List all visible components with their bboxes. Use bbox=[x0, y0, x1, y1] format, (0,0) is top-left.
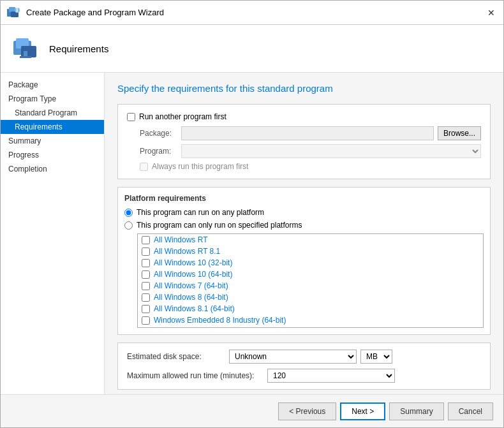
platform-list-item: All Windows 10 (32-bit) bbox=[138, 257, 483, 269]
any-platform-label: This program can run on any platform bbox=[137, 208, 264, 217]
always-run-checkbox[interactable] bbox=[140, 163, 148, 171]
platform-label: All Windows 8.1 (64-bit) bbox=[154, 304, 235, 313]
title-bar: i Create Package and Program Wizard ✕ bbox=[1, 1, 503, 25]
browse-button[interactable]: Browse... bbox=[438, 126, 481, 140]
next-button[interactable]: Next > bbox=[340, 402, 385, 420]
svg-rect-1 bbox=[9, 7, 15, 12]
header-bar: Requirements bbox=[1, 25, 503, 73]
platform-label: All Windows RT 8.1 bbox=[154, 247, 220, 256]
platform-label: All Windows RT bbox=[154, 235, 207, 244]
header-icon bbox=[11, 33, 41, 64]
sidebar-item-package[interactable]: Package bbox=[1, 78, 104, 92]
disk-unit-select[interactable]: MB KB GB bbox=[360, 350, 392, 364]
specified-platform-radio[interactable] bbox=[124, 221, 133, 230]
disk-space-row: Estimated disk space: Unknown MB KB GB bbox=[127, 350, 481, 364]
platform-label: Windows Embedded 8 Standard (64-bit) bbox=[154, 327, 290, 328]
platform-requirements-title: Platform requirements bbox=[124, 194, 484, 203]
any-platform-radio[interactable] bbox=[124, 209, 133, 217]
disk-run-section: Estimated disk space: Unknown MB KB GB M… bbox=[117, 343, 491, 390]
content-area: Package Program Type Standard Program Re… bbox=[1, 73, 503, 394]
platform-list-item: All Windows RT bbox=[138, 234, 483, 246]
platform-list-item: All Windows 8 (64-bit) bbox=[138, 291, 483, 303]
platform-label: All Windows 8 (64-bit) bbox=[154, 293, 228, 302]
always-run-row: Always run this program first bbox=[127, 162, 481, 171]
platform-checkbox[interactable] bbox=[142, 282, 150, 290]
platform-label: All Windows 7 (64-bit) bbox=[154, 281, 228, 290]
platform-requirements-section: Platform requirements This program can r… bbox=[117, 187, 491, 335]
close-button[interactable]: ✕ bbox=[484, 6, 498, 20]
run-time-row: Maximum allowed run time (minutes): 120 … bbox=[127, 369, 481, 383]
platform-checkbox[interactable] bbox=[142, 247, 150, 256]
package-label: Package: bbox=[140, 129, 181, 138]
always-run-label: Always run this program first bbox=[152, 162, 248, 171]
sidebar: Package Program Type Standard Program Re… bbox=[1, 73, 105, 394]
disk-label: Estimated disk space: bbox=[127, 352, 229, 361]
package-row: Package: Browse... bbox=[127, 126, 481, 140]
footer: < Previous Next > Summary Cancel bbox=[1, 394, 503, 427]
title-bar-text: Create Package and Program Wizard bbox=[26, 8, 484, 17]
disk-space-select[interactable]: Unknown bbox=[229, 350, 357, 364]
specified-platform-label: This program can only run on specified p… bbox=[137, 221, 302, 230]
any-platform-row: This program can run on any platform bbox=[124, 208, 484, 217]
header-title: Requirements bbox=[49, 43, 108, 54]
main-panel: Specify the requirements for this standa… bbox=[105, 73, 503, 394]
sidebar-item-completion[interactable]: Completion bbox=[1, 162, 104, 176]
platform-list-item: Windows Embedded 8 Industry (64-bit) bbox=[138, 314, 483, 326]
platform-list-item: Windows Embedded 8 Standard (64-bit) bbox=[138, 326, 483, 328]
run-time-select[interactable]: 120 60 30 15 Unknown bbox=[267, 369, 395, 383]
page-title: Specify the requirements for this standa… bbox=[117, 83, 491, 94]
platform-label: All Windows 10 (64-bit) bbox=[154, 270, 232, 279]
program-select[interactable] bbox=[181, 144, 481, 158]
run-another-checkbox-row: Run another program first bbox=[127, 112, 481, 121]
previous-button[interactable]: < Previous bbox=[278, 402, 336, 420]
run-time-label: Maximum allowed run time (minutes): bbox=[127, 371, 267, 380]
sidebar-item-standard-program[interactable]: Standard Program bbox=[1, 106, 104, 120]
platform-checkbox[interactable] bbox=[142, 270, 150, 279]
sidebar-item-program-type[interactable]: Program Type bbox=[1, 92, 104, 106]
program-label: Program: bbox=[140, 147, 181, 156]
program-row: Program: bbox=[127, 144, 481, 158]
platform-list: All Windows RTAll Windows RT 8.1All Wind… bbox=[137, 233, 484, 328]
package-input[interactable] bbox=[181, 126, 434, 140]
svg-text:i: i bbox=[16, 5, 18, 14]
summary-button[interactable]: Summary bbox=[389, 402, 443, 420]
platform-label: Windows Embedded 8 Industry (64-bit) bbox=[154, 316, 286, 325]
platform-checkbox[interactable] bbox=[142, 236, 150, 244]
run-another-checkbox[interactable] bbox=[127, 113, 135, 121]
svg-rect-9 bbox=[20, 56, 31, 58]
platform-list-item: All Windows 10 (64-bit) bbox=[138, 269, 483, 280]
platform-checkbox[interactable] bbox=[142, 293, 150, 302]
run-another-program-section: Run another program first Package: Brows… bbox=[117, 104, 491, 179]
platform-checkbox[interactable] bbox=[142, 305, 150, 313]
specified-platform-row: This program can only run on specified p… bbox=[124, 221, 484, 230]
wizard-icon: i bbox=[6, 5, 21, 20]
platform-list-item: All Windows RT 8.1 bbox=[138, 246, 483, 257]
sidebar-item-summary[interactable]: Summary bbox=[1, 134, 104, 148]
sidebar-item-progress[interactable]: Progress bbox=[1, 148, 104, 162]
platform-list-item: All Windows 7 (64-bit) bbox=[138, 280, 483, 291]
platform-label: All Windows 10 (32-bit) bbox=[154, 258, 232, 267]
main-window: i Create Package and Program Wizard ✕ Re… bbox=[0, 0, 504, 428]
platform-checkbox[interactable] bbox=[142, 316, 150, 325]
run-another-label: Run another program first bbox=[139, 112, 226, 121]
svg-rect-8 bbox=[24, 51, 27, 56]
platform-checkbox[interactable] bbox=[142, 328, 150, 328]
svg-rect-7 bbox=[21, 46, 36, 57]
cancel-button[interactable]: Cancel bbox=[448, 402, 493, 420]
platform-checkbox[interactable] bbox=[142, 259, 150, 267]
sidebar-item-requirements[interactable]: Requirements bbox=[1, 120, 104, 134]
platform-list-item: All Windows 8.1 (64-bit) bbox=[138, 303, 483, 314]
